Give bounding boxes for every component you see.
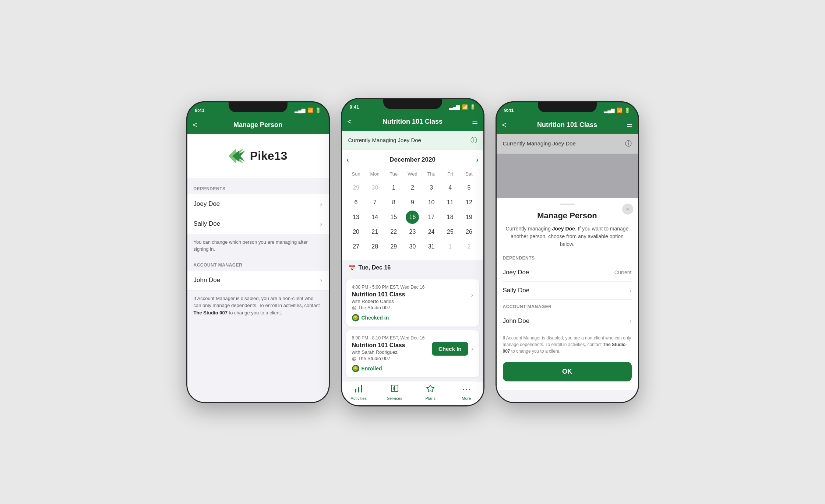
managing-text-2: Currently Managing Joey Doe xyxy=(348,137,421,143)
sheet-account-manager-label: ACCOUNT MANAGER xyxy=(503,304,632,309)
sheet-close-button[interactable]: × xyxy=(622,204,633,215)
cal-day-10[interactable]: 10 xyxy=(425,196,438,209)
ok-button[interactable]: OK xyxy=(503,362,632,381)
info-icon-2[interactable]: ⓘ xyxy=(470,136,477,145)
prev-month-2[interactable]: ‹ xyxy=(347,156,349,164)
cal-day-25[interactable]: 25 xyxy=(444,225,457,239)
check-in-button[interactable]: Check In xyxy=(432,342,468,356)
account-manager-note: If Account Manager is disabled, you are … xyxy=(186,290,330,321)
pike13-icon xyxy=(229,149,247,163)
cal-day-28[interactable]: 28 xyxy=(368,240,381,253)
cal-day-30[interactable]: 30 xyxy=(406,240,419,253)
cal-day-24[interactable]: 24 xyxy=(425,225,438,239)
nav-title-3: Nutrition 101 Class xyxy=(537,121,597,129)
dependent-sally[interactable]: Sally Doe › xyxy=(186,214,330,234)
sheet-info-text: If Account Manager is disabled, you are … xyxy=(503,335,632,355)
cal-day-29-prev[interactable]: 29 xyxy=(349,181,363,194)
cal-day-27[interactable]: 27 xyxy=(349,240,363,253)
filter-icon-2[interactable]: ⚌ xyxy=(472,117,478,126)
cal-day-3[interactable]: 3 xyxy=(425,181,438,194)
cal-day-18[interactable]: 18 xyxy=(444,211,457,224)
dependent-joey-name: Joey Doe xyxy=(194,200,220,208)
cal-day-30-prev[interactable]: 30 xyxy=(368,181,381,194)
cal-day-31[interactable]: 31 xyxy=(425,240,438,253)
cal-day-6[interactable]: 6 xyxy=(349,196,363,209)
back-button-2[interactable]: < xyxy=(348,117,352,126)
cal-day-2[interactable]: 2 xyxy=(406,181,419,194)
wifi-icon-1: 📶 xyxy=(307,108,313,113)
phone1-content: Pike13 DEPENDENTS Joey Doe › Sally Doe ›… xyxy=(186,134,330,403)
sheet-desc-pre: Currently managing xyxy=(506,226,552,232)
sheet-title: Manage Person xyxy=(503,211,632,221)
cal-day-8[interactable]: 8 xyxy=(387,196,400,209)
cal-day-1-next[interactable]: 1 xyxy=(444,240,457,253)
cal-day-13[interactable]: 13 xyxy=(349,211,363,224)
class-location-2: @ The Studio 007 xyxy=(352,356,405,361)
cal-day-29[interactable]: 29 xyxy=(387,240,400,253)
cal-day-12[interactable]: 12 xyxy=(462,196,476,209)
tab-activities-label: Activities xyxy=(351,396,367,401)
calendar-2: ‹ December 2020 › Sun Mon Tue Wed Thu Fr… xyxy=(341,150,484,260)
cal-day-21[interactable]: 21 xyxy=(368,225,381,239)
enrolled-text: Enrolled xyxy=(362,366,382,371)
tab-plans[interactable]: Plans xyxy=(413,384,449,401)
cal-day-4[interactable]: 4 xyxy=(444,181,457,194)
class-location-1: @ The Studio 007 xyxy=(352,305,405,310)
class-info-1: Nutrition 101 Class with Roberto Carlos … xyxy=(352,291,405,311)
cal-day-16-selected[interactable]: 16 xyxy=(406,211,419,224)
class-time-2: 6:00 PM - 8:10 PM EST, Wed Dec 16 xyxy=(352,335,473,341)
class-actions-2: Check In › xyxy=(432,342,473,356)
sheet-account-manager-john[interactable]: John Doe › xyxy=(503,312,632,330)
next-month-2[interactable]: › xyxy=(476,156,478,164)
account-manager-john[interactable]: John Doe › xyxy=(186,271,330,290)
account-manager-label-1: ACCOUNT MANAGER xyxy=(186,257,330,271)
tab-services-label: Services xyxy=(387,396,402,401)
dependent-sally-name: Sally Doe xyxy=(194,220,221,228)
logo-area: Pike13 xyxy=(186,134,330,178)
phone2-content: Currently Managing Joey Doe ⓘ ‹ December… xyxy=(341,131,484,381)
cal-day-23[interactable]: 23 xyxy=(406,225,419,239)
time-1: 9:41 xyxy=(195,108,205,113)
cal-day-19[interactable]: 19 xyxy=(462,211,476,224)
sheet-dependent-sally[interactable]: Sally Doe › xyxy=(503,282,632,300)
cal-day-7[interactable]: 7 xyxy=(368,196,381,209)
dependent-joey[interactable]: Joey Doe › xyxy=(186,194,330,214)
nav-title-1: Manage Person xyxy=(233,121,282,129)
nav-bar-1: < Manage Person xyxy=(186,117,330,134)
class-card-1[interactable]: 4:00 PM - 5:00 PM EST, Wed Dec 16 Nutrit… xyxy=(346,279,479,327)
tab-services[interactable]: Services xyxy=(377,384,413,401)
cal-day-5[interactable]: 5 xyxy=(462,181,476,194)
phone-notch-1 xyxy=(229,101,288,112)
calendar-grid-2: Sun Mon Tue Wed Thu Fri Sat 29 30 1 2 xyxy=(347,170,479,254)
cal-day-17[interactable]: 17 xyxy=(425,211,438,224)
tab-plans-label: Plans xyxy=(425,396,436,401)
back-button-1[interactable]: < xyxy=(193,121,197,129)
cal-day-9[interactable]: 9 xyxy=(406,196,419,209)
cal-day-20[interactable]: 20 xyxy=(349,225,363,239)
cal-day-22[interactable]: 22 xyxy=(387,225,400,239)
cal-day-14[interactable]: 14 xyxy=(368,211,381,224)
cal-day-15[interactable]: 15 xyxy=(387,211,400,224)
class-card-2[interactable]: 6:00 PM - 8:10 PM EST, Wed Dec 16 Nutrit… xyxy=(346,330,479,377)
nav-title-2: Nutrition 101 Class xyxy=(382,118,443,126)
wifi-icon-3: 📶 xyxy=(617,108,623,113)
info-icon-3[interactable]: ⓘ xyxy=(625,139,632,148)
cal-day-11[interactable]: 11 xyxy=(444,196,457,209)
class-footer-2: 😊 Enrolled xyxy=(352,365,473,372)
week-3: 13 14 15 16 17 18 19 xyxy=(347,210,479,225)
tab-more[interactable]: ⋯ More xyxy=(448,384,484,401)
enrolled-smile-icon: 😊 xyxy=(352,365,359,372)
sheet-dependent-joey[interactable]: Joey Doe Current xyxy=(503,264,632,282)
day-sun: Sun xyxy=(347,170,366,180)
nav-bar-3: < Nutrition 101 Class ⚌ xyxy=(496,117,639,134)
cal-day-26[interactable]: 26 xyxy=(462,225,476,239)
day-tue: Tue xyxy=(384,170,403,180)
cal-day-2-next[interactable]: 2 xyxy=(462,240,476,253)
filter-icon-3[interactable]: ⚌ xyxy=(627,121,632,129)
back-button-3[interactable]: < xyxy=(502,121,507,129)
sheet-desc: Currently managing Joey Doe. If you want… xyxy=(503,225,632,248)
tab-activities[interactable]: Activities xyxy=(341,384,377,401)
chevron-john: › xyxy=(320,276,322,284)
day-fri: Fri xyxy=(441,170,459,180)
cal-day-1[interactable]: 1 xyxy=(387,181,400,194)
